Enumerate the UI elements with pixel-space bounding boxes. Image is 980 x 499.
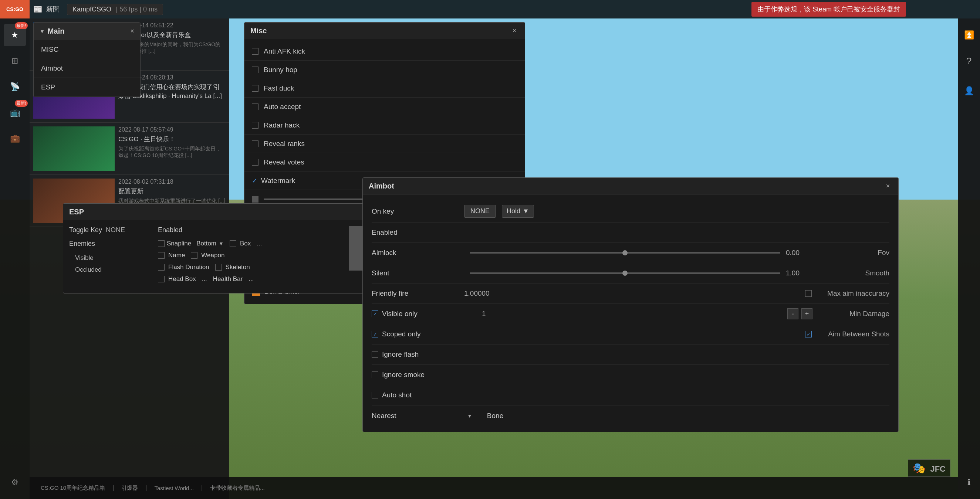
dropdown-arrow-icon: ▼ bbox=[40, 29, 45, 34]
aimbot-scoped-only-label: Scoped only bbox=[382, 330, 474, 338]
sidebar-item-briefcase[interactable]: 💼 bbox=[4, 127, 26, 150]
esp-box-extra[interactable]: ... bbox=[257, 240, 262, 247]
right-sidebar-info[interactable]: ℹ bbox=[958, 471, 980, 493]
dropdown-item-esp[interactable]: ESP bbox=[33, 78, 140, 97]
aimbot-enabled-container: Enabled bbox=[372, 229, 398, 237]
news-title-4: 配置更新 bbox=[118, 187, 226, 196]
news-title-3: CS:GO · 生日快乐！ bbox=[118, 135, 226, 144]
esp-occluded-item[interactable]: Occluded bbox=[69, 264, 151, 276]
news-tab-label[interactable]: 新聞 bbox=[46, 5, 60, 14]
esp-head-box-label: Head Box bbox=[168, 275, 196, 283]
misc-checkbox-aspect-ratio[interactable] bbox=[252, 196, 258, 203]
briefcase-icon: 💼 bbox=[10, 134, 20, 143]
misc-label-fast-duck: Fast duck bbox=[264, 84, 517, 92]
dropdown-item-misc[interactable]: MISC bbox=[33, 40, 140, 59]
aimbot-min-damage-label: Min Damage bbox=[815, 310, 889, 318]
right-sidebar-person[interactable]: 👤 bbox=[958, 80, 980, 102]
aimbot-aim-between-shots-check[interactable] bbox=[805, 331, 812, 337]
misc-row-reveal-ranks: Reveal ranks bbox=[245, 135, 525, 153]
aimbot-auto-shot-row: Auto shot bbox=[372, 391, 474, 399]
aimbot-max-inaccuracy-check[interactable] bbox=[805, 290, 812, 297]
esp-toggle-key-value[interactable]: NONE bbox=[106, 226, 125, 234]
sidebar-item-updates[interactable]: 📺 最新! bbox=[4, 102, 26, 124]
bottom-news-3[interactable]: Tastiest World... bbox=[151, 485, 197, 491]
misc-label-anti-afk: Anti AFK kick bbox=[264, 47, 517, 56]
jfc-watermark: 🎭 JFC bbox=[908, 459, 950, 477]
dropdown-close-button[interactable]: × bbox=[130, 27, 134, 35]
esp-panel: ESP × Toggle Key NONE Enemies Visible Oc… bbox=[63, 203, 385, 294]
misc-checkbox-bunny-hop[interactable] bbox=[252, 67, 258, 73]
misc-checkbox-reveal-votes[interactable] bbox=[252, 159, 258, 165]
esp-health-bar-extra[interactable]: ... bbox=[248, 275, 254, 283]
bottom-news-2[interactable]: 引爆器 bbox=[118, 485, 142, 492]
esp-checkbox-flash-duration[interactable] bbox=[158, 264, 165, 270]
esp-health-bar-label: Health Bar bbox=[213, 275, 243, 283]
bottom-news-4[interactable]: 卡带收藏者专属精品... bbox=[206, 485, 269, 492]
news-item-3[interactable]: 2022-08-17 05:57:49 CS:GO · 生日快乐！ 为了庆祝距离… bbox=[30, 123, 229, 175]
dropdown-item-aimbot[interactable]: Aimbot bbox=[33, 59, 140, 78]
dropdown-header[interactable]: ▼ Main × bbox=[33, 22, 140, 40]
news-thumbnail-3 bbox=[33, 126, 115, 171]
esp-option-snapline: Snapline Bottom ▼ bbox=[158, 240, 224, 247]
misc-panel-title: Misc bbox=[250, 27, 267, 35]
sidebar-item-home[interactable]: ⊞ bbox=[4, 50, 26, 72]
esp-toggle-row: Toggle Key NONE bbox=[69, 226, 151, 234]
min-damage-minus-button[interactable]: - bbox=[788, 308, 799, 319]
esp-checkbox-box[interactable] bbox=[230, 240, 236, 247]
bottom-news-1[interactable]: CS:GO 10周年纪念精品箱 bbox=[37, 485, 109, 492]
esp-option-box: Box ... bbox=[230, 240, 262, 247]
esp-enabled-label: Enabled bbox=[158, 226, 341, 234]
aimbot-silent-slider[interactable] bbox=[470, 272, 780, 274]
aimbot-aimlock-value: 0.00 bbox=[786, 249, 815, 257]
settings-icon: ⚙ bbox=[11, 478, 19, 487]
esp-checkbox-head-box[interactable] bbox=[158, 276, 165, 282]
bottom-bar: CS:GO 10周年纪念精品箱 | 引爆器 | Tastiest World..… bbox=[30, 477, 958, 499]
aimbot-key-button[interactable]: NONE bbox=[464, 205, 496, 218]
aimbot-row-nearest: Nearest ▼ Bone bbox=[372, 405, 889, 426]
misc-checkbox-reveal-ranks[interactable] bbox=[252, 140, 258, 147]
nearest-dropdown[interactable]: Nearest ▼ bbox=[372, 412, 472, 420]
aimbot-scoped-only-check[interactable] bbox=[372, 331, 378, 337]
esp-checkbox-weapon[interactable] bbox=[191, 252, 197, 259]
aimbot-ignore-smoke-check[interactable] bbox=[372, 372, 378, 378]
right-sidebar-chevrons[interactable]: ⏫ bbox=[958, 24, 980, 46]
aimbot-aimlock-slider[interactable] bbox=[470, 252, 780, 254]
sidebar-item-settings[interactable]: ⚙ bbox=[4, 471, 26, 493]
sidebar-item-radio[interactable]: 📡 bbox=[4, 76, 26, 98]
aimbot-hold-button[interactable]: Hold ▼ bbox=[502, 205, 534, 218]
aimbot-scoped-check-row: Scoped only bbox=[372, 330, 474, 338]
misc-checkbox-anti-afk[interactable] bbox=[252, 48, 258, 55]
esp-checkbox-snapline[interactable] bbox=[158, 240, 165, 247]
aimbot-ignore-flash-check[interactable] bbox=[372, 351, 378, 358]
misc-checkbox-radar-hack[interactable] bbox=[252, 122, 258, 129]
misc-checkbox-fast-duck[interactable] bbox=[252, 85, 258, 92]
aimbot-key-controls: NONE Hold ▼ bbox=[464, 205, 889, 218]
fps-display: KampfCSGO | 56 fps | 0 ms bbox=[67, 4, 163, 15]
esp-box-label: Box bbox=[240, 240, 251, 247]
misc-row-fast-duck: Fast duck bbox=[245, 79, 525, 98]
right-sidebar-question[interactable]: ? bbox=[958, 50, 980, 72]
aimbot-ignore-smoke-label: Ignore smoke bbox=[382, 371, 474, 379]
misc-titlebar: Misc × bbox=[245, 22, 525, 39]
aimbot-visible-only-check[interactable] bbox=[372, 310, 378, 317]
nearest-arrow-icon: ▼ bbox=[467, 413, 472, 419]
aimbot-visible-only-label: Visible only bbox=[382, 310, 474, 318]
aimbot-on-key-label: On key bbox=[372, 207, 464, 216]
misc-close-button[interactable]: × bbox=[510, 26, 519, 35]
esp-checkbox-name[interactable] bbox=[158, 252, 165, 259]
star-icon: ★ bbox=[11, 30, 19, 40]
esp-panel-title: ESP bbox=[69, 208, 84, 216]
aimbot-ignore-flash-label: Ignore flash bbox=[382, 350, 474, 359]
min-damage-plus-button[interactable]: + bbox=[801, 308, 813, 319]
sidebar-item-news[interactable]: ★ 最新! bbox=[4, 24, 26, 46]
aimbot-auto-shot-check[interactable] bbox=[372, 392, 378, 399]
dropdown-header-left: ▼ Main bbox=[40, 27, 64, 35]
misc-checkbox-auto-accept[interactable] bbox=[252, 103, 258, 110]
esp-checkbox-skeleton[interactable] bbox=[215, 264, 222, 270]
main-content: 2022-08-14 05:51:22 巴黎Major以及全新音乐盒 在即将到来… bbox=[30, 19, 958, 499]
aimbot-close-button[interactable]: × bbox=[883, 181, 892, 191]
esp-head-box-extra[interactable]: ... bbox=[202, 275, 207, 283]
aimbot-row-aimlock: Aimlock 0.00 Fov bbox=[372, 243, 889, 263]
esp-visible-item[interactable]: Visible bbox=[69, 252, 151, 264]
esp-snapline-arrow[interactable]: ▼ bbox=[218, 241, 224, 246]
